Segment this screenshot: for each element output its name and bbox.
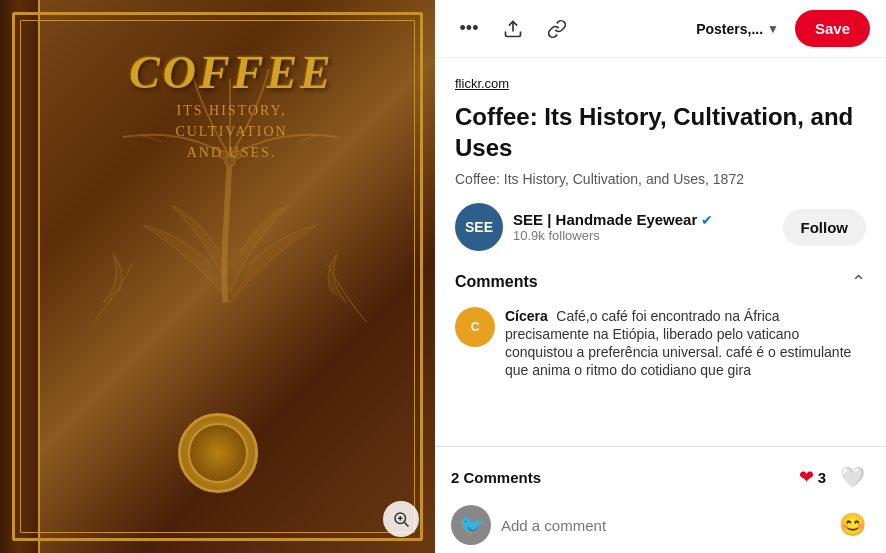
comments-title: Comments — [455, 273, 538, 291]
link-button[interactable] — [539, 11, 575, 47]
reaction-count: 3 — [818, 469, 826, 486]
comment-avatar: C — [455, 307, 495, 347]
toolbar: ••• Posters,... ▼ Save — [435, 0, 886, 58]
pin-title-text: Coffee: Its History, Cultivation, and Us… — [455, 103, 853, 161]
source-link[interactable]: flickr.com — [455, 76, 509, 91]
comment-content: Cícera Café,o café foi encontrado na Áfr… — [505, 307, 866, 379]
toolbar-actions: ••• — [451, 11, 575, 47]
book-title-coffee: COFFEE — [50, 50, 413, 96]
save-reaction-button[interactable]: 🤍 — [834, 459, 870, 495]
bottom-bar: 2 Comments ❤ 3 🤍 🐦 😊 — [435, 446, 886, 553]
chevron-down-icon: ▼ — [767, 22, 779, 36]
pin-image-panel: COFFEE Its History,Cultivationand Uses. — [0, 0, 435, 553]
toolbar-right: Posters,... ▼ Save — [688, 10, 870, 47]
current-user-avatar: 🐦 — [451, 505, 491, 545]
more-icon: ••• — [460, 18, 479, 39]
save-button[interactable]: Save — [795, 10, 870, 47]
follow-button[interactable]: Follow — [783, 209, 867, 246]
pin-title: Coffee: Its History, Cultivation, and Us… — [455, 101, 866, 163]
avatar: SEE — [455, 203, 503, 251]
reaction-group: ❤ 3 — [799, 466, 826, 488]
right-panel: ••• Posters,... ▼ Save — [435, 0, 886, 553]
board-selector[interactable]: Posters,... ▼ — [688, 17, 787, 41]
board-name-label: Posters,... — [696, 21, 763, 37]
user-row: SEE SEE | Handmade Eyewear ✔ 10.9k follo… — [455, 203, 866, 251]
share-button[interactable] — [495, 11, 531, 47]
pin-description: Coffee: Its History, Cultivation, and Us… — [455, 171, 866, 187]
verified-icon: ✔ — [701, 212, 713, 228]
medallion-inner — [188, 423, 248, 483]
more-options-button[interactable]: ••• — [451, 11, 487, 47]
user-name-row: SEE | Handmade Eyewear ✔ — [513, 211, 773, 228]
user-info: SEE | Handmade Eyewear ✔ 10.9k followers — [513, 211, 773, 243]
expand-icon[interactable] — [383, 501, 419, 537]
follower-count: 10.9k followers — [513, 228, 773, 243]
add-comment-row: 🐦 😊 — [451, 505, 870, 545]
book-subtitle: Its History,Cultivationand Uses. — [50, 100, 413, 163]
comment-author: Cícera — [505, 308, 548, 324]
comment-text: Café,o café foi encontrado na África pre… — [505, 308, 851, 378]
comments-count-label: 2 Comments — [451, 469, 791, 486]
content-area: flickr.com Coffee: Its History, Cultivat… — [435, 58, 886, 446]
comments-count-row: 2 Comments ❤ 3 🤍 — [451, 455, 870, 495]
user-name: SEE | Handmade Eyewear — [513, 211, 697, 228]
comment-row: C Cícera Café,o café foi encontrado na Á… — [455, 307, 866, 379]
link-icon — [547, 19, 567, 39]
collapse-icon[interactable]: ⌃ — [851, 271, 866, 293]
comment-input[interactable] — [501, 509, 824, 542]
heart-outline-icon: 🤍 — [840, 465, 865, 489]
heart-icon: ❤ — [799, 466, 814, 488]
book-medallion — [178, 413, 258, 493]
emoji-button[interactable]: 😊 — [834, 507, 870, 543]
upload-icon — [503, 19, 523, 39]
emoji-icon: 😊 — [839, 512, 866, 538]
bird-icon: 🐦 — [459, 513, 484, 537]
comments-header: Comments ⌃ — [455, 271, 866, 293]
svg-line-4 — [404, 522, 408, 526]
